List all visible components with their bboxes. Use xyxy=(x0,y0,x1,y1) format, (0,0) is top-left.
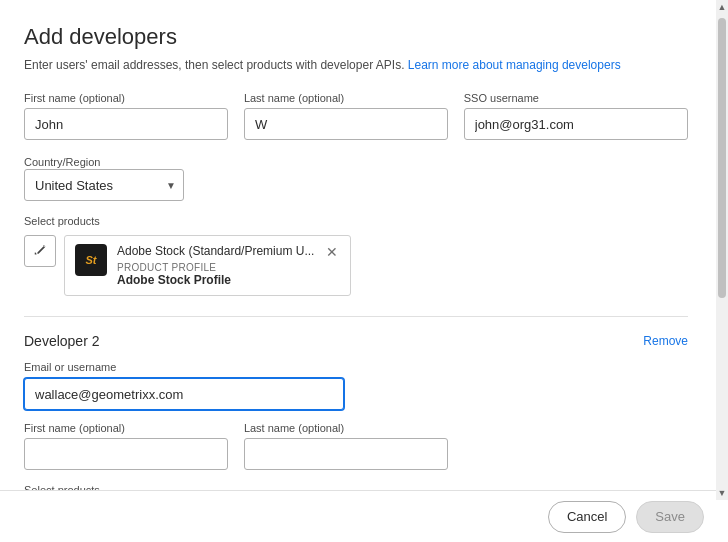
developer2-name-row: First name (optional) Last name (optiona… xyxy=(24,422,688,470)
product-icon: St xyxy=(75,244,107,276)
page-title: Add developers xyxy=(24,24,688,50)
sso-group: SSO username xyxy=(464,92,688,140)
country-select[interactable]: United States Canada United Kingdom Aust… xyxy=(24,169,184,201)
product-profile-label: PRODUCT PROFILE xyxy=(117,262,314,273)
country-group: Country/Region United States Canada Unit… xyxy=(24,154,688,201)
last-name-input[interactable] xyxy=(244,108,448,140)
developer2-last-name-input[interactable] xyxy=(244,438,448,470)
developer2-first-name-label: First name (optional) xyxy=(24,422,228,434)
developer2-last-name-group: Last name (optional) xyxy=(244,422,448,470)
sso-input[interactable] xyxy=(464,108,688,140)
select-products-label: Select products xyxy=(24,215,688,227)
developer2-email-group: Email or username xyxy=(24,359,688,410)
developer2-email-input[interactable] xyxy=(24,378,344,410)
sso-label: SSO username xyxy=(464,92,688,104)
save-button[interactable]: Save xyxy=(636,501,704,533)
last-name-group: Last name (optional) xyxy=(244,92,448,140)
developer2-header: Developer 2 Remove xyxy=(24,333,688,349)
first-name-group: First name (optional) xyxy=(24,92,228,140)
developer2-first-name-input[interactable] xyxy=(24,438,228,470)
add-developers-dialog: ▲ ▼ Add developers Enter users' email ad… xyxy=(0,0,728,542)
scroll-down-arrow[interactable]: ▼ xyxy=(716,486,728,500)
last-name-label: Last name (optional) xyxy=(244,92,448,104)
edit-products-button[interactable] xyxy=(24,235,56,267)
country-label: Country/Region xyxy=(24,156,100,168)
product-tag: St Adobe Stock (Standard/Premium U... PR… xyxy=(64,235,351,296)
dialog-footer: Cancel Save xyxy=(0,490,728,542)
pencil-icon xyxy=(33,244,47,258)
learn-more-link[interactable]: Learn more about managing developers xyxy=(408,58,621,72)
subtitle-text: Enter users' email addresses, then selec… xyxy=(24,58,408,72)
product-name: Adobe Stock (Standard/Premium U... xyxy=(117,244,314,258)
developer2-spacer xyxy=(464,422,688,470)
first-name-input[interactable] xyxy=(24,108,228,140)
first-name-label: First name (optional) xyxy=(24,92,228,104)
scrollbar-track: ▲ ▼ xyxy=(716,0,728,500)
remove-product-button[interactable]: ✕ xyxy=(324,245,340,259)
scrollbar-thumb[interactable] xyxy=(718,18,726,298)
section-divider xyxy=(24,316,688,317)
country-select-wrapper: United States Canada United Kingdom Aust… xyxy=(24,169,184,201)
products-area: St Adobe Stock (Standard/Premium U... PR… xyxy=(24,235,688,296)
product-info: Adobe Stock (Standard/Premium U... PRODU… xyxy=(117,244,314,287)
select-products-section: Select products St Adobe Stock (Standard… xyxy=(24,215,688,296)
product-icon-text: St xyxy=(86,254,97,266)
subtitle: Enter users' email addresses, then selec… xyxy=(24,58,688,72)
developer2-label: Developer 2 xyxy=(24,333,100,349)
developer1-name-row: First name (optional) Last name (optiona… xyxy=(24,92,688,140)
developer2-first-name-group: First name (optional) xyxy=(24,422,228,470)
remove-developer-link[interactable]: Remove xyxy=(643,334,688,348)
product-profile-name: Adobe Stock Profile xyxy=(117,273,314,287)
cancel-button[interactable]: Cancel xyxy=(548,501,626,533)
developer2-email-label: Email or username xyxy=(24,361,116,373)
developer2-last-name-label: Last name (optional) xyxy=(244,422,448,434)
content-area: Add developers Enter users' email addres… xyxy=(0,0,716,490)
scroll-up-arrow[interactable]: ▲ xyxy=(716,0,728,14)
